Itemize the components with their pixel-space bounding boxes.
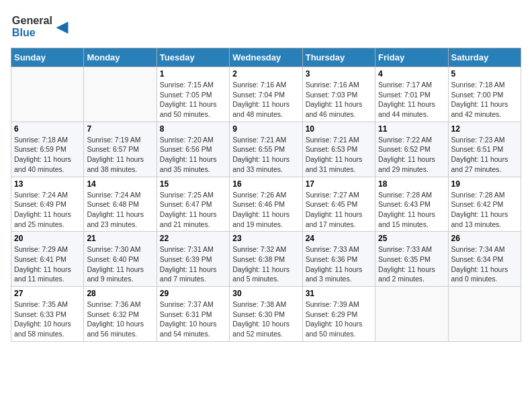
day-info: Sunrise: 7:29 AM Sunset: 6:41 PM Dayligh… — [14, 244, 81, 284]
day-number: 5 — [451, 69, 518, 79]
day-info: Sunrise: 7:26 AM Sunset: 6:46 PM Dayligh… — [232, 190, 299, 230]
day-info: Sunrise: 7:32 AM Sunset: 6:38 PM Dayligh… — [232, 244, 299, 284]
calendar-cell — [375, 287, 448, 342]
day-number: 27 — [14, 289, 81, 298]
calendar-cell: 5Sunrise: 7:18 AM Sunset: 7:00 PM Daylig… — [448, 67, 521, 122]
calendar-cell: 12Sunrise: 7:23 AM Sunset: 6:51 PM Dayli… — [448, 122, 521, 177]
day-number: 10 — [306, 124, 372, 134]
day-info: Sunrise: 7:25 AM Sunset: 6:47 PM Dayligh… — [160, 190, 226, 230]
calendar-cell: 23Sunrise: 7:32 AM Sunset: 6:38 PM Dayli… — [230, 232, 302, 287]
day-number: 18 — [378, 179, 445, 189]
calendar-cell: 3Sunrise: 7:16 AM Sunset: 7:03 PM Daylig… — [302, 67, 375, 122]
day-number: 28 — [87, 289, 153, 298]
calendar-cell: 30Sunrise: 7:38 AM Sunset: 6:30 PM Dayli… — [230, 287, 302, 342]
day-number: 7 — [87, 124, 153, 134]
calendar-cell: 18Sunrise: 7:28 AM Sunset: 6:43 PM Dayli… — [375, 177, 448, 232]
calendar-cell: 16Sunrise: 7:26 AM Sunset: 6:46 PM Dayli… — [230, 177, 302, 232]
day-info: Sunrise: 7:28 AM Sunset: 6:43 PM Dayligh… — [378, 190, 445, 230]
calendar-cell — [84, 67, 157, 122]
day-info: Sunrise: 7:23 AM Sunset: 6:51 PM Dayligh… — [451, 135, 518, 175]
day-number: 3 — [306, 69, 372, 79]
day-info: Sunrise: 7:17 AM Sunset: 7:01 PM Dayligh… — [378, 80, 445, 120]
day-info: Sunrise: 7:27 AM Sunset: 6:45 PM Dayligh… — [306, 190, 372, 230]
day-number: 14 — [87, 179, 153, 189]
day-info: Sunrise: 7:20 AM Sunset: 6:56 PM Dayligh… — [160, 135, 226, 175]
day-number: 20 — [14, 234, 81, 243]
calendar-cell: 21Sunrise: 7:30 AM Sunset: 6:40 PM Dayli… — [84, 232, 157, 287]
calendar-week-row: 1Sunrise: 7:15 AM Sunset: 7:05 PM Daylig… — [11, 67, 521, 122]
calendar-week-row: 27Sunrise: 7:35 AM Sunset: 6:33 PM Dayli… — [11, 287, 521, 342]
svg-text:General: General — [12, 14, 52, 26]
calendar-week-row: 6Sunrise: 7:18 AM Sunset: 6:59 PM Daylig… — [11, 122, 521, 177]
weekday-header-sunday: Sunday — [11, 48, 84, 67]
weekday-header-friday: Friday — [375, 48, 448, 67]
day-info: Sunrise: 7:21 AM Sunset: 6:55 PM Dayligh… — [232, 135, 299, 175]
calendar-cell: 20Sunrise: 7:29 AM Sunset: 6:41 PM Dayli… — [11, 232, 84, 287]
weekday-header-tuesday: Tuesday — [157, 48, 229, 67]
day-info: Sunrise: 7:36 AM Sunset: 6:32 PM Dayligh… — [87, 300, 153, 339]
svg-text:Blue: Blue — [12, 26, 36, 38]
day-number: 6 — [14, 124, 81, 134]
day-info: Sunrise: 7:15 AM Sunset: 7:05 PM Dayligh… — [160, 80, 226, 120]
calendar-cell: 11Sunrise: 7:22 AM Sunset: 6:52 PM Dayli… — [375, 122, 448, 177]
day-info: Sunrise: 7:33 AM Sunset: 6:36 PM Dayligh… — [306, 244, 372, 284]
calendar-cell: 9Sunrise: 7:21 AM Sunset: 6:55 PM Daylig… — [230, 122, 302, 177]
weekday-header-thursday: Thursday — [302, 48, 375, 67]
day-number: 16 — [232, 179, 299, 189]
calendar-cell: 7Sunrise: 7:19 AM Sunset: 6:57 PM Daylig… — [84, 122, 157, 177]
day-info: Sunrise: 7:18 AM Sunset: 6:59 PM Dayligh… — [14, 135, 81, 175]
day-number: 1 — [160, 69, 226, 79]
day-number: 26 — [451, 234, 518, 243]
day-info: Sunrise: 7:19 AM Sunset: 6:57 PM Dayligh… — [87, 135, 153, 175]
calendar-cell: 22Sunrise: 7:31 AM Sunset: 6:39 PM Dayli… — [157, 232, 229, 287]
day-number: 31 — [306, 289, 372, 298]
day-number: 11 — [378, 124, 445, 134]
calendar-cell: 26Sunrise: 7:34 AM Sunset: 6:34 PM Dayli… — [448, 232, 521, 287]
calendar-cell: 28Sunrise: 7:36 AM Sunset: 6:32 PM Dayli… — [84, 287, 157, 342]
calendar-cell: 14Sunrise: 7:24 AM Sunset: 6:48 PM Dayli… — [84, 177, 157, 232]
day-info: Sunrise: 7:28 AM Sunset: 6:42 PM Dayligh… — [451, 190, 518, 230]
weekday-header-row: SundayMondayTuesdayWednesdayThursdayFrid… — [11, 48, 521, 67]
calendar-cell — [448, 287, 521, 342]
day-info: Sunrise: 7:39 AM Sunset: 6:29 PM Dayligh… — [306, 300, 372, 339]
weekday-header-saturday: Saturday — [448, 48, 521, 67]
day-info: Sunrise: 7:18 AM Sunset: 7:00 PM Dayligh… — [451, 80, 518, 120]
day-number: 19 — [451, 179, 518, 189]
calendar-cell: 15Sunrise: 7:25 AM Sunset: 6:47 PM Dayli… — [157, 177, 229, 232]
day-number: 17 — [306, 179, 372, 189]
day-info: Sunrise: 7:31 AM Sunset: 6:39 PM Dayligh… — [160, 244, 226, 284]
day-info: Sunrise: 7:37 AM Sunset: 6:31 PM Dayligh… — [160, 300, 226, 339]
calendar-cell: 6Sunrise: 7:18 AM Sunset: 6:59 PM Daylig… — [11, 122, 84, 177]
calendar-week-row: 20Sunrise: 7:29 AM Sunset: 6:41 PM Dayli… — [11, 232, 521, 287]
day-number: 13 — [14, 179, 81, 189]
day-info: Sunrise: 7:33 AM Sunset: 6:35 PM Dayligh… — [378, 244, 445, 284]
calendar-cell: 17Sunrise: 7:27 AM Sunset: 6:45 PM Dayli… — [302, 177, 375, 232]
svg-marker-2 — [56, 21, 69, 34]
calendar-cell: 31Sunrise: 7:39 AM Sunset: 6:29 PM Dayli… — [302, 287, 375, 342]
calendar-cell: 24Sunrise: 7:33 AM Sunset: 6:36 PM Dayli… — [302, 232, 375, 287]
day-info: Sunrise: 7:16 AM Sunset: 7:03 PM Dayligh… — [306, 80, 372, 120]
day-number: 2 — [232, 69, 299, 79]
calendar-cell: 1Sunrise: 7:15 AM Sunset: 7:05 PM Daylig… — [157, 67, 229, 122]
day-number: 23 — [232, 234, 299, 243]
day-info: Sunrise: 7:16 AM Sunset: 7:04 PM Dayligh… — [232, 80, 299, 120]
day-info: Sunrise: 7:21 AM Sunset: 6:53 PM Dayligh… — [306, 135, 372, 175]
calendar-cell: 10Sunrise: 7:21 AM Sunset: 6:53 PM Dayli… — [302, 122, 375, 177]
day-number: 29 — [160, 289, 226, 298]
day-number: 24 — [306, 234, 372, 243]
day-info: Sunrise: 7:34 AM Sunset: 6:34 PM Dayligh… — [451, 244, 518, 284]
day-number: 22 — [160, 234, 226, 243]
day-number: 12 — [451, 124, 518, 134]
day-number: 21 — [87, 234, 153, 243]
calendar-week-row: 13Sunrise: 7:24 AM Sunset: 6:49 PM Dayli… — [11, 177, 521, 232]
day-info: Sunrise: 7:38 AM Sunset: 6:30 PM Dayligh… — [232, 300, 299, 339]
calendar-cell: 2Sunrise: 7:16 AM Sunset: 7:04 PM Daylig… — [230, 67, 302, 122]
calendar-cell: 4Sunrise: 7:17 AM Sunset: 7:01 PM Daylig… — [375, 67, 448, 122]
logo-image: General Blue — [11, 11, 71, 41]
calendar-cell: 13Sunrise: 7:24 AM Sunset: 6:49 PM Dayli… — [11, 177, 84, 232]
day-info: Sunrise: 7:30 AM Sunset: 6:40 PM Dayligh… — [87, 244, 153, 284]
weekday-header-monday: Monday — [84, 48, 157, 67]
calendar-cell — [11, 67, 84, 122]
day-number: 9 — [232, 124, 299, 134]
day-number: 30 — [232, 289, 299, 298]
